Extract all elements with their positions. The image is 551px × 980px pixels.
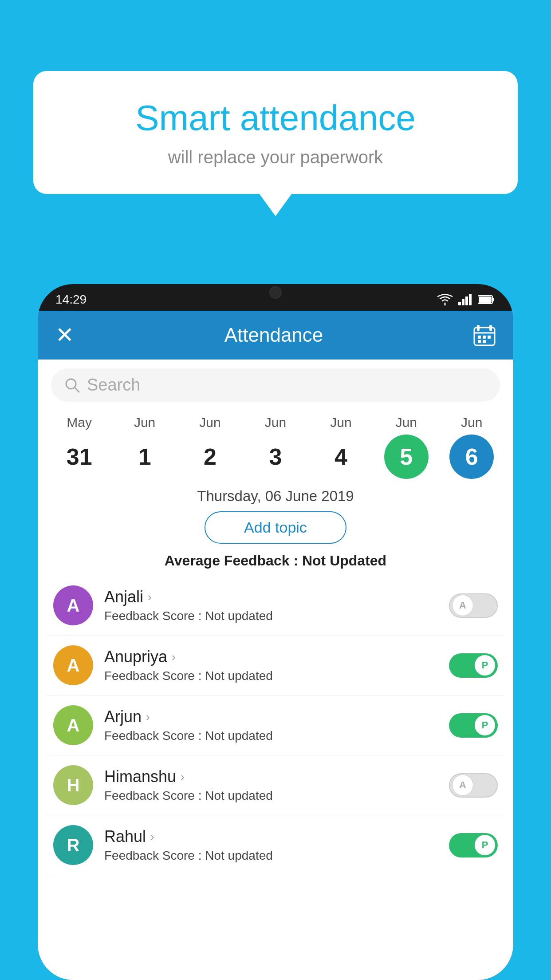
student-left: RRahul›Feedback Score : Not updated [53,825,273,865]
chevron-icon: › [150,830,154,844]
toggle-knob: P [474,834,496,856]
svg-rect-9 [489,325,492,331]
student-left: AAnupriya›Feedback Score : Not updated [53,645,273,685]
calendar-row: May31Jun1Jun2Jun3Jun4Jun5Jun6 [38,406,513,479]
close-button[interactable]: ✕ [55,322,74,348]
cal-day-number: 1 [122,435,167,479]
search-placeholder: Search [87,375,140,395]
student-left: AArjun›Feedback Score : Not updated [53,705,273,745]
student-list: AAnjali›Feedback Score : Not updatedAAAn… [38,576,513,875]
signal-icon [458,294,472,305]
status-time: 14:29 [55,292,87,307]
toggle-knob: P [474,715,496,736]
calendar-day[interactable]: Jun4 [312,415,370,479]
feedback-score-value: Not updated [205,729,273,743]
feedback-value: Not Updated [302,553,386,569]
student-name: Anupriya› [104,648,273,666]
chevron-icon: › [172,650,176,664]
student-name: Arjun› [104,707,273,726]
status-icons [437,293,496,306]
attendance-toggle[interactable]: P [449,713,498,738]
feedback-score: Feedback Score : Not updated [104,609,273,623]
student-item[interactable]: RRahul›Feedback Score : Not updatedP [47,815,504,875]
calendar-icon[interactable] [473,324,496,346]
student-item[interactable]: HHimanshu›Feedback Score : Not updatedA [47,755,504,815]
attendance-toggle[interactable]: P [449,833,498,858]
selected-date-label: Thursday, 06 June 2019 [38,479,513,511]
cal-month-label: Jun [330,415,351,430]
feedback-info: Average Feedback : Not Updated [38,550,513,576]
feedback-score-label: Feedback Score : [104,669,205,683]
feedback-label: Average Feedback : [165,553,302,569]
cal-day-number: 4 [319,435,363,479]
bubble-title: Smart attendance [69,98,482,138]
svg-rect-3 [469,294,472,305]
svg-rect-14 [478,340,481,343]
feedback-score-label: Feedback Score : [104,849,205,862]
svg-rect-2 [465,296,468,305]
toggle-knob: A [452,775,473,796]
student-info: Arjun›Feedback Score : Not updated [104,707,273,743]
toggle-knob: A [452,595,473,616]
student-item[interactable]: AAnupriya›Feedback Score : Not updatedP [47,636,504,695]
chevron-icon: › [146,710,150,724]
attendance-toggle[interactable]: A [449,593,498,618]
student-item[interactable]: AArjun›Feedback Score : Not updatedP [47,695,504,755]
header-title: Attendance [224,324,323,346]
cal-month-label: Jun [199,415,220,430]
cal-day-number: 3 [253,435,298,479]
student-item[interactable]: AAnjali›Feedback Score : Not updatedA [47,576,504,636]
phone-frame: 14:29 [38,284,513,980]
cal-day-number: 31 [57,435,102,479]
svg-rect-6 [479,296,492,303]
svg-rect-13 [488,336,491,339]
svg-rect-5 [492,298,494,301]
cal-day-number: 2 [188,435,232,479]
attendance-toggle[interactable]: A [449,773,498,798]
calendar-day[interactable]: May31 [51,415,108,479]
svg-line-17 [75,387,79,392]
cal-month-label: Jun [265,415,286,430]
calendar-day[interactable]: Jun2 [181,415,239,479]
student-name: Rahul› [104,827,273,846]
calendar-day[interactable]: Jun6 [443,415,500,479]
student-name-text: Anupriya [104,648,167,666]
chevron-icon: › [148,590,152,604]
avatar: A [53,585,93,625]
app-screen: ✕ Attendance Search [38,311,513,980]
student-info: Rahul›Feedback Score : Not updated [104,827,273,863]
cal-day-number: 6 [449,435,494,479]
toggle-knob: P [474,655,496,676]
calendar-day[interactable]: Jun5 [378,415,435,479]
student-left: HHimanshu›Feedback Score : Not updated [53,765,273,805]
attendance-toggle[interactable]: P [449,653,498,678]
calendar-day[interactable]: Jun3 [247,415,304,479]
search-bar[interactable]: Search [51,368,500,402]
student-info: Anjali›Feedback Score : Not updated [104,588,273,623]
svg-rect-12 [483,336,486,339]
student-name: Himanshu› [104,767,273,786]
feedback-score-label: Feedback Score : [104,729,205,743]
student-left: AAnjali›Feedback Score : Not updated [53,585,273,625]
add-topic-button[interactable]: Add topic [205,511,346,544]
feedback-score: Feedback Score : Not updated [104,789,273,803]
feedback-score: Feedback Score : Not updated [104,669,273,683]
student-name-text: Himanshu [104,767,176,786]
bubble-subtitle: will replace your paperwork [69,147,482,167]
calendar-day[interactable]: Jun1 [116,415,173,479]
search-icon [64,377,80,393]
avatar: A [53,705,93,745]
svg-rect-11 [478,336,481,339]
wifi-icon [437,293,453,306]
avatar: R [53,825,93,865]
cal-month-label: May [67,415,92,430]
cal-month-label: Jun [396,415,417,430]
feedback-score-value: Not updated [205,669,273,683]
battery-icon [478,295,496,304]
feedback-score-value: Not updated [205,609,273,623]
speech-bubble: Smart attendance will replace your paper… [33,71,518,194]
chevron-icon: › [181,770,185,784]
cal-day-number: 5 [384,435,429,479]
phone-notch [249,284,302,301]
student-name-text: Rahul [104,827,146,846]
